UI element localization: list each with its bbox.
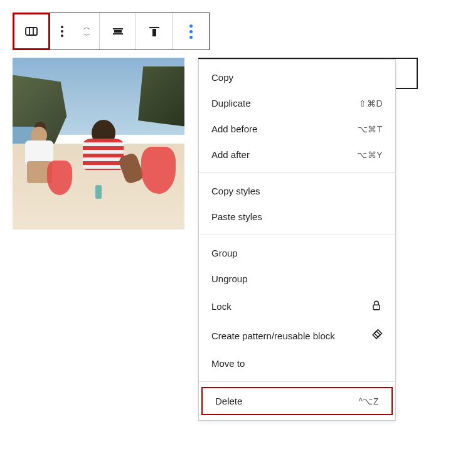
more-options-button[interactable] xyxy=(173,13,209,50)
menu-item-copy-styles[interactable]: Copy styles xyxy=(199,178,395,204)
menu-item-add-before[interactable]: Add before ⌥⌘T xyxy=(199,116,395,142)
menu-section-styles: Copy styles Paste styles xyxy=(199,173,395,235)
menu-label: Lock xyxy=(211,301,232,312)
menu-shortcut: ⇧⌘D xyxy=(359,98,383,108)
menu-shortcut: ⌥⌘T xyxy=(358,124,383,134)
menu-label: Move to xyxy=(211,358,245,369)
svg-rect-7 xyxy=(153,29,156,36)
block-options-menu: Copy Duplicate ⇧⌘D Add before ⌥⌘T Add af… xyxy=(198,59,396,421)
menu-label: Add before xyxy=(211,124,257,134)
menu-item-move-to[interactable]: Move to xyxy=(199,351,395,376)
menu-item-ungroup[interactable]: Ungroup xyxy=(199,266,395,292)
columns-icon xyxy=(24,24,39,39)
menu-label: Add after xyxy=(211,149,250,160)
menu-label: Copy styles xyxy=(211,186,260,196)
drag-handle-icon xyxy=(61,26,63,37)
svg-rect-0 xyxy=(26,28,37,35)
menu-item-copy[interactable]: Copy xyxy=(199,65,395,90)
columns-block-button[interactable] xyxy=(13,13,50,50)
image-block[interactable] xyxy=(13,58,184,230)
menu-label: Ungroup xyxy=(211,273,248,284)
menu-item-lock[interactable]: Lock xyxy=(199,292,395,321)
block-toolbar: ︿ ﹀ xyxy=(13,13,210,50)
justify-icon xyxy=(110,24,125,39)
menu-section-delete: Delete ^⌥Z xyxy=(199,382,395,420)
menu-item-group[interactable]: Group xyxy=(199,240,395,266)
menu-label: Create pattern/reusable block xyxy=(211,331,335,341)
diamond-icon xyxy=(370,329,383,343)
lock-icon xyxy=(370,299,383,314)
menu-shortcut: ^⌥Z xyxy=(358,396,379,406)
menu-label: Copy xyxy=(211,72,233,83)
menu-label: Delete xyxy=(215,396,242,406)
justify-button[interactable] xyxy=(100,13,136,50)
more-options-icon xyxy=(189,24,193,39)
menu-shortcut: ⌥⌘Y xyxy=(357,150,383,160)
menu-label: Paste styles xyxy=(211,211,262,222)
menu-item-create-pattern[interactable]: Create pattern/reusable block xyxy=(199,321,395,351)
menu-section-group: Group Ungroup Lock Create pattern/reus xyxy=(199,235,395,382)
menu-label: Duplicate xyxy=(211,98,251,108)
menu-item-paste-styles[interactable]: Paste styles xyxy=(199,204,395,230)
move-buttons[interactable]: ︿ ﹀ xyxy=(75,13,100,50)
align-button[interactable] xyxy=(136,13,173,50)
image-content xyxy=(13,58,184,230)
chevron-up-icon: ︿ xyxy=(83,24,90,31)
chevron-down-icon: ﹀ xyxy=(83,32,90,39)
menu-section-edit: Copy Duplicate ⇧⌘D Add before ⌥⌘T Add af… xyxy=(199,60,395,173)
align-top-icon xyxy=(147,24,162,39)
svg-rect-8 xyxy=(373,305,380,310)
menu-item-delete[interactable]: Delete ^⌥Z xyxy=(201,387,393,415)
menu-label: Group xyxy=(211,248,238,258)
drag-handle-button[interactable] xyxy=(50,13,75,50)
menu-item-duplicate[interactable]: Duplicate ⇧⌘D xyxy=(199,90,395,116)
menu-item-add-after[interactable]: Add after ⌥⌘Y xyxy=(199,142,395,167)
